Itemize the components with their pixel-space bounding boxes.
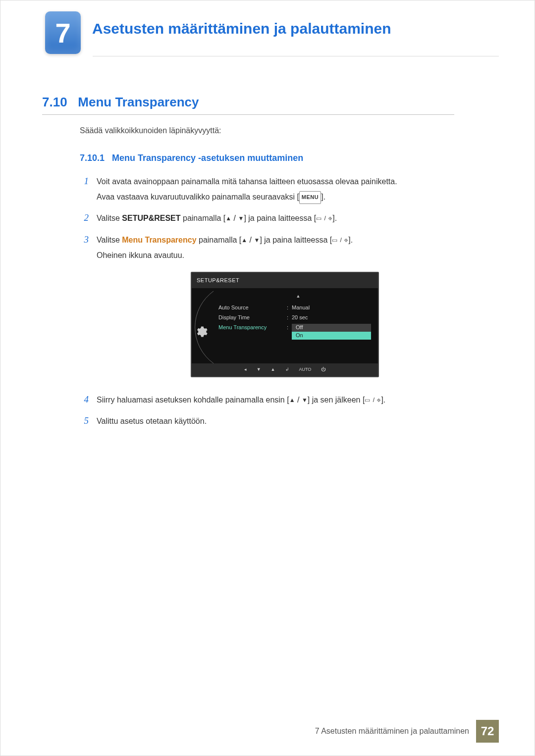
source-enter-icon: ▭ / ⎆ bbox=[365, 395, 381, 406]
step-body: Siirry haluamasi asetuksen kohdalle pain… bbox=[97, 392, 385, 407]
step-text: ] ja sen jälkeen [ bbox=[308, 396, 365, 404]
step-text: Oheinen ikkuna avautuu. bbox=[97, 251, 184, 259]
osd-row-label: Menu Transparency bbox=[218, 322, 287, 333]
subsection-title: Menu Transparency -asetuksen muuttaminen bbox=[112, 153, 303, 163]
osd-footer-power-icon: ⏻ bbox=[321, 365, 325, 374]
gear-icon bbox=[194, 325, 208, 339]
triangle-down-icon: ▼ bbox=[238, 213, 244, 224]
step-text: painamalla [ bbox=[181, 214, 226, 222]
step-list: 1 Voit avata avainoppaan painamalla mitä… bbox=[80, 174, 454, 435]
source-enter-icon: ▭ / ⎆ bbox=[332, 235, 348, 246]
osd-option-off: Off bbox=[292, 324, 371, 332]
osd-up-arrow-icon: ▲ bbox=[218, 291, 378, 303]
osd-row-label: Auto Source bbox=[218, 302, 287, 313]
menu-key-icon: MENU bbox=[299, 191, 321, 203]
step-text: ]. bbox=[321, 193, 325, 201]
step-text: ]. bbox=[348, 236, 353, 244]
osd-footer-enter-icon: ↲ bbox=[285, 365, 289, 374]
osd-row: Display Time : 20 sec bbox=[218, 313, 378, 323]
step-1: 1 Voit avata avainoppaan painamalla mitä… bbox=[80, 174, 454, 204]
step-text: Avaa vastaava kuvaruutuvalikko painamall… bbox=[97, 193, 299, 201]
section-number: 7.10 bbox=[42, 95, 67, 109]
section-divider bbox=[42, 114, 454, 115]
osd-colon: : bbox=[287, 322, 292, 333]
osd-footer: ◂ ▼ ▲ ↲ AUTO ⏻ bbox=[192, 363, 378, 376]
step-number: 2 bbox=[80, 210, 89, 226]
step-body: Voit avata avainoppaan painamalla mitä t… bbox=[97, 174, 397, 204]
triangle-down-icon: ▼ bbox=[302, 395, 308, 406]
bold-label: Menu Transparency bbox=[122, 236, 196, 244]
step-text: ]. bbox=[332, 214, 337, 222]
step-text: ]. bbox=[381, 396, 385, 404]
subsection-heading: 7.10.1 Menu Transparency -asetuksen muut… bbox=[80, 153, 303, 163]
slash: / bbox=[231, 214, 238, 222]
source-enter-icon: ▭ / ⎆ bbox=[316, 213, 332, 224]
bold-label: SETUP&RESET bbox=[122, 214, 180, 222]
step-number: 3 bbox=[80, 232, 89, 386]
osd-row: Auto Source : Manual bbox=[218, 303, 378, 313]
chapter-number-badge: 7 bbox=[45, 11, 81, 54]
osd-row-value: Manual bbox=[292, 302, 310, 313]
step-text: Valittu asetus otetaan käyttöön. bbox=[97, 417, 207, 425]
section-heading: 7.10 Menu Transparency bbox=[42, 95, 199, 110]
step-text: Voit avata avainoppaan painamalla mitä t… bbox=[97, 177, 397, 186]
footer-chapter-label: 7 Asetusten määrittäminen ja palauttamin… bbox=[315, 727, 469, 736]
triangle-up-icon: ▲ bbox=[241, 235, 247, 246]
osd-footer-back-icon: ◂ bbox=[244, 365, 247, 374]
osd-option-on-selected: On bbox=[292, 332, 371, 340]
page-number-badge: 72 bbox=[476, 720, 499, 743]
header-divider bbox=[93, 56, 499, 56]
step-number: 1 bbox=[80, 174, 89, 204]
step-text: painamalla [ bbox=[197, 236, 242, 244]
triangle-up-icon: ▲ bbox=[289, 395, 295, 406]
triangle-up-icon: ▲ bbox=[225, 213, 231, 224]
osd-footer-down-icon: ▼ bbox=[257, 365, 261, 374]
osd-colon: : bbox=[287, 312, 292, 323]
step-body: Valitse SETUP&RESET painamalla [▲ / ▼] j… bbox=[97, 210, 337, 226]
step-5: 5 Valittu asetus otetaan käyttöön. bbox=[80, 413, 454, 429]
step-text: ] ja paina laitteessa [ bbox=[244, 214, 316, 222]
osd-row-label: Display Time bbox=[218, 312, 287, 323]
osd-body: ▲ Auto Source : Manual Display Time : 20… bbox=[192, 288, 378, 363]
intro-text: Säädä valikkoikkunoiden läpinäkyvyyttä: bbox=[80, 126, 221, 135]
osd-title: SETUP&RESET bbox=[192, 273, 378, 288]
slash: / bbox=[247, 236, 254, 244]
step-body: Valittu asetus otetaan käyttöön. bbox=[97, 413, 207, 429]
subsection-number: 7.10.1 bbox=[80, 153, 105, 163]
step-number: 5 bbox=[80, 413, 89, 429]
step-number: 4 bbox=[80, 392, 89, 407]
section-title: Menu Transparency bbox=[78, 95, 199, 109]
step-3: 3 Valitse Menu Transparency painamalla [… bbox=[80, 232, 454, 386]
triangle-down-icon: ▼ bbox=[254, 235, 260, 246]
step-4: 4 Siirry haluamasi asetuksen kohdalle pa… bbox=[80, 392, 454, 407]
document-page: 7 Asetusten määrittäminen ja palauttamin… bbox=[0, 0, 535, 756]
chapter-title: Asetusten määrittäminen ja palauttaminen bbox=[92, 20, 391, 37]
step-2: 2 Valitse SETUP&RESET painamalla [▲ / ▼]… bbox=[80, 210, 454, 226]
page-footer: 7 Asetusten määrittäminen ja palauttamin… bbox=[315, 720, 499, 743]
step-body: Valitse Menu Transparency painamalla [▲ … bbox=[97, 232, 379, 386]
step-text: ] ja paina laitteessa [ bbox=[260, 236, 332, 244]
osd-colon: : bbox=[287, 302, 292, 313]
osd-row-value: 20 sec bbox=[292, 312, 308, 323]
step-text: Siirry haluamasi asetuksen kohdalle pain… bbox=[97, 396, 289, 404]
slash: / bbox=[295, 396, 302, 404]
osd-screenshot: SETUP&RESET ▲ Auto Source : Manual bbox=[191, 272, 379, 377]
step-text: Valitse bbox=[97, 214, 122, 222]
osd-footer-up-icon: ▲ bbox=[271, 365, 275, 374]
osd-footer-auto-label: AUTO bbox=[299, 365, 312, 374]
step-text: Valitse bbox=[97, 236, 122, 244]
osd-option-list: Off On bbox=[292, 324, 371, 340]
